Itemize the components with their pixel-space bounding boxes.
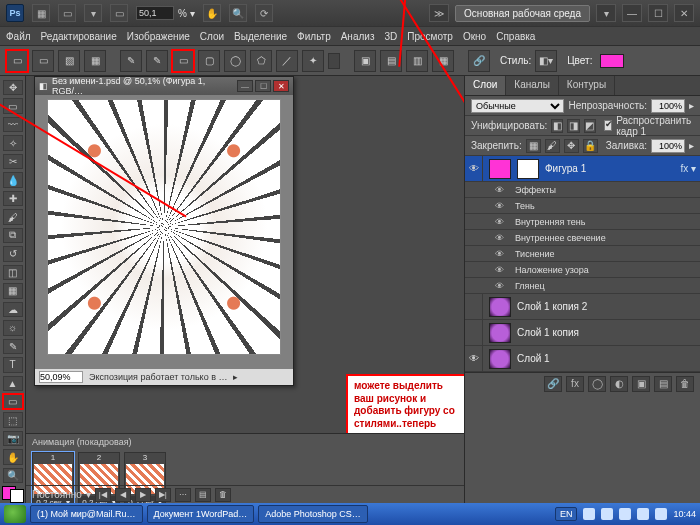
layer-row[interactable]: 👁 Слой 1: [465, 346, 700, 372]
menu-edit[interactable]: Редактирование: [41, 31, 117, 42]
shape-tool-preset[interactable]: ▭: [6, 50, 28, 72]
tray-icon[interactable]: [619, 508, 631, 520]
zoom-tool-icon[interactable]: 🔍: [3, 468, 23, 483]
link-layers-icon[interactable]: 🔗: [544, 376, 562, 392]
menu-select[interactable]: Выделение: [234, 31, 287, 42]
opacity-arrow-icon[interactable]: ▸: [689, 100, 694, 111]
color-swatch[interactable]: [600, 54, 624, 68]
unify-style-icon[interactable]: ◩: [584, 119, 596, 133]
path-select-icon[interactable]: ▲: [3, 376, 23, 391]
visibility-icon[interactable]: 👁: [495, 185, 509, 195]
layer-thumb[interactable]: [489, 297, 511, 317]
document-window[interactable]: ◧ Без имени-1.psd @ 50,1% (Фигура 1, RGB…: [34, 76, 294, 386]
doc-status-arrow-icon[interactable]: ▸: [233, 372, 238, 382]
layer-thumb[interactable]: [489, 349, 511, 369]
blend-mode-select[interactable]: Обычные: [471, 99, 564, 113]
effect-item[interactable]: Тиснение: [515, 249, 555, 259]
3d-tool-icon[interactable]: ⬚: [3, 412, 23, 427]
visibility-icon[interactable]: 👁: [495, 249, 509, 259]
menu-analysis[interactable]: Анализ: [341, 31, 375, 42]
new-layer-icon[interactable]: ▤: [654, 376, 672, 392]
prev-frame-icon[interactable]: ◀: [115, 488, 131, 502]
bridge-icon[interactable]: ▦: [32, 4, 50, 22]
tray-icon[interactable]: [601, 508, 613, 520]
view-extras-icon[interactable]: ▭: [58, 4, 76, 22]
custom-shape-icon[interactable]: ✦: [302, 50, 324, 72]
start-button[interactable]: [4, 505, 26, 523]
lock-position-icon[interactable]: ✥: [564, 139, 579, 153]
menu-layer[interactable]: Слои: [200, 31, 224, 42]
workspace-prev-icon[interactable]: ≫: [429, 4, 449, 22]
heal-tool-icon[interactable]: ✚: [3, 191, 23, 206]
visibility-icon[interactable]: 👁: [495, 281, 509, 291]
maximize-icon[interactable]: ☐: [648, 4, 668, 22]
wand-tool-icon[interactable]: ✧: [3, 135, 23, 150]
menu-filter[interactable]: Фильтр: [297, 31, 331, 42]
opacity-input[interactable]: [651, 99, 685, 113]
ellipse-icon[interactable]: ◯: [224, 50, 246, 72]
zoom-icon[interactable]: 🔍: [229, 4, 247, 22]
lock-pixels-icon[interactable]: 🖌: [545, 139, 560, 153]
rounded-rect-icon[interactable]: ▢: [198, 50, 220, 72]
pen-tool-icon[interactable]: ✎: [3, 339, 23, 354]
hand-icon[interactable]: ✋: [203, 4, 221, 22]
fill-arrow-icon[interactable]: ▸: [689, 140, 694, 151]
workspace-switcher[interactable]: Основная рабочая среда: [455, 5, 590, 22]
tray-icon[interactable]: [655, 508, 667, 520]
line-icon[interactable]: ／: [276, 50, 298, 72]
delete-frame-icon[interactable]: 🗑: [215, 488, 231, 502]
effect-item[interactable]: Тень: [515, 201, 535, 211]
shape-layers-icon[interactable]: ▭: [32, 50, 54, 72]
clock[interactable]: 10:44: [673, 509, 696, 519]
layer-style-icon[interactable]: fx: [566, 376, 584, 392]
visibility-icon[interactable]: 👁: [465, 156, 483, 181]
combine-add-icon[interactable]: ▣: [354, 50, 376, 72]
type-tool-icon[interactable]: T: [3, 357, 23, 372]
taskbar-item[interactable]: (1) Мой мир@Mail.Ru…: [30, 505, 143, 523]
zoom-input[interactable]: [136, 6, 174, 20]
visibility-icon[interactable]: 👁: [495, 201, 509, 211]
move-tool-icon[interactable]: ✥: [3, 80, 23, 95]
menu-view[interactable]: Просмотр: [407, 31, 453, 42]
blur-tool-icon[interactable]: ☁: [3, 302, 23, 317]
loop-mode[interactable]: Постоянно: [32, 489, 82, 500]
unify-visibility-icon[interactable]: ◨: [567, 119, 579, 133]
eyedropper-tool-icon[interactable]: 💧: [3, 172, 23, 187]
layer-name[interactable]: Слой 1 копия: [517, 327, 579, 338]
stamp-tool-icon[interactable]: ⧉: [3, 228, 23, 243]
close-app-icon[interactable]: ✕: [674, 4, 694, 22]
fill-pixels-icon[interactable]: ▦: [84, 50, 106, 72]
menu-3d[interactable]: 3D: [384, 31, 397, 42]
tab-paths[interactable]: Контуры: [559, 76, 615, 95]
screen-mode-icon[interactable]: ▭: [110, 4, 128, 22]
visibility-icon[interactable]: [465, 294, 483, 319]
delete-layer-icon[interactable]: 🗑: [676, 376, 694, 392]
effect-item[interactable]: Глянец: [515, 281, 545, 291]
history-brush-icon[interactable]: ↺: [3, 246, 23, 261]
tab-channels[interactable]: Каналы: [506, 76, 559, 95]
arrange-icon[interactable]: ▾: [84, 4, 102, 22]
shape-options-dropdown[interactable]: [328, 53, 340, 69]
fx-badge[interactable]: fx ▾: [680, 163, 696, 174]
polygon-icon[interactable]: ⬠: [250, 50, 272, 72]
next-frame-icon[interactable]: ▶|: [155, 488, 171, 502]
layer-row[interactable]: Слой 1 копия 2: [465, 294, 700, 320]
layer-name[interactable]: Слой 1 копия 2: [517, 301, 587, 312]
lock-transparent-icon[interactable]: ▦: [526, 139, 541, 153]
freeform-pen-icon[interactable]: ✎: [146, 50, 168, 72]
effects-label[interactable]: Эффекты: [515, 185, 556, 195]
layer-row[interactable]: 👁 Фигура 1 fx ▾: [465, 156, 700, 182]
taskbar-item[interactable]: Adobe Photoshop CS…: [258, 505, 368, 523]
new-frame-icon[interactable]: ▤: [195, 488, 211, 502]
zoom-field[interactable]: % ▾: [136, 6, 195, 20]
effect-item[interactable]: Внутренняя тень: [515, 217, 585, 227]
3d-camera-icon[interactable]: 📷: [3, 431, 23, 446]
tab-layers[interactable]: Слои: [465, 76, 506, 95]
effect-item[interactable]: Внутреннее свечение: [515, 233, 606, 243]
doc-minimize-icon[interactable]: —: [237, 80, 253, 92]
visibility-icon[interactable]: 👁: [495, 233, 509, 243]
crop-tool-icon[interactable]: ✂: [3, 154, 23, 169]
paths-icon[interactable]: ▧: [58, 50, 80, 72]
brush-tool-icon[interactable]: 🖌: [3, 209, 23, 224]
layer-name[interactable]: Фигура 1: [545, 163, 586, 174]
